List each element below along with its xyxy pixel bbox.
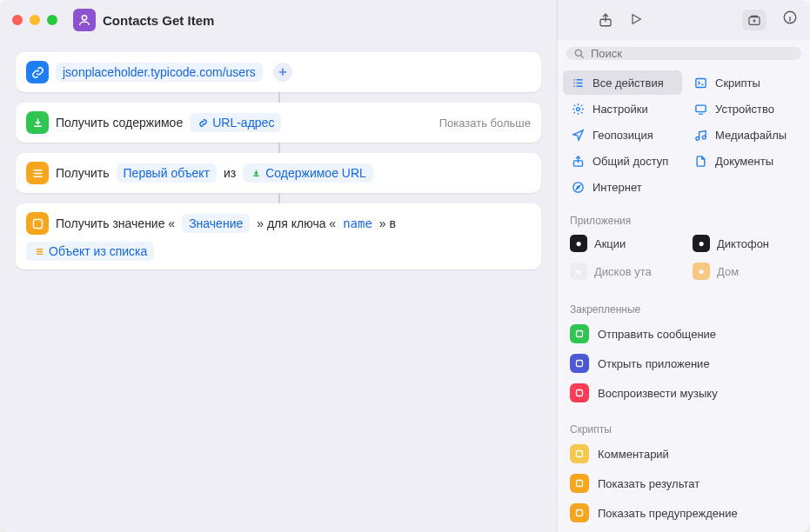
url-token[interactable]: jsonplaceholder.typicode.com/users	[56, 63, 263, 82]
nav-icon	[570, 127, 586, 143]
app-item[interactable]: ●Акции	[563, 230, 682, 256]
url-param-token[interactable]: URL-адрес	[190, 113, 281, 132]
category-device[interactable]: Устройство	[686, 96, 805, 121]
action-label: Показать предупреждение	[598, 507, 738, 520]
action-label: Показать результат	[598, 477, 700, 490]
action-list-item[interactable]: Открыть приложение	[563, 349, 805, 378]
dictionary-icon	[26, 212, 49, 235]
action-list-item[interactable]: Запросить входные данные	[563, 528, 805, 532]
svg-rect-8	[695, 105, 705, 112]
category-safari[interactable]: Интернет	[563, 175, 682, 199]
action-icon	[570, 383, 589, 402]
link-icon	[26, 61, 49, 83]
app-item[interactable]: ●Дом	[686, 258, 805, 284]
zoom-window-button[interactable]	[47, 15, 57, 25]
app-icon: ●	[693, 263, 710, 280]
category-terminal[interactable]: Скрипты	[686, 70, 805, 95]
action-list-item[interactable]: Показать результат	[563, 469, 805, 498]
category-label: Устройство	[715, 103, 774, 116]
action-list-item[interactable]: Отправить сообщение	[563, 319, 805, 349]
share-button[interactable]	[598, 11, 613, 29]
filler-text: » в	[379, 216, 396, 230]
pinned-list: Отправить сообщениеОткрыть приложениеВос…	[558, 319, 810, 408]
category-gear[interactable]: Настройки	[563, 96, 682, 121]
action-label: Комментарий	[598, 448, 669, 461]
filler-text: » для ключа «	[257, 216, 336, 230]
value-token[interactable]: Значение	[182, 214, 250, 233]
action-label: Получить	[56, 166, 110, 180]
action-icon	[570, 474, 589, 493]
app-label: Акции	[594, 237, 626, 250]
app-label: Диктофон	[717, 237, 769, 250]
device-icon	[693, 101, 708, 116]
action-label: Получить содержимое	[56, 116, 183, 130]
action-label: Воспроизвести музыку	[598, 387, 718, 400]
category-doc[interactable]: Документы	[686, 149, 805, 173]
list-icon	[570, 75, 586, 90]
action-list-item[interactable]: Воспроизвести музыку	[563, 378, 805, 408]
svg-point-10	[702, 136, 706, 139]
app-item[interactable]: ●Дисков ута	[563, 258, 682, 284]
action-get-contents[interactable]: Получить содержимое URL-адрес Показать б…	[16, 103, 541, 143]
shortcut-app-icon	[73, 9, 96, 31]
action-icon	[570, 324, 589, 343]
search-field[interactable]	[566, 47, 801, 60]
doc-icon	[693, 153, 708, 169]
category-list[interactable]: Все действия	[563, 70, 682, 95]
category-grid: Все действияСкриптыНастройкиУстройствоГе…	[558, 67, 810, 206]
svg-point-5	[575, 50, 581, 56]
action-label: Открыть приложение	[598, 357, 710, 370]
link-small-icon	[197, 116, 209, 129]
filler-text: из	[224, 166, 236, 180]
window-title: Contacts Get Item	[103, 13, 214, 28]
category-label: Медиафайлы	[715, 129, 787, 142]
scripts-section-header: Скрипты	[558, 415, 810, 439]
music-icon	[693, 127, 708, 143]
svg-point-0	[82, 16, 86, 20]
svg-rect-16	[577, 451, 583, 457]
action-list-item[interactable]: Комментарий	[563, 439, 805, 469]
gear-icon	[570, 101, 586, 116]
category-label: Все действия	[592, 76, 664, 90]
svg-rect-18	[577, 510, 583, 516]
library-toggle-button[interactable]	[742, 10, 766, 30]
pinned-section-header: Закрепленные	[558, 295, 810, 319]
share-icon	[570, 153, 586, 169]
action-label: Получить значение «	[56, 216, 175, 230]
action-icon	[570, 444, 589, 463]
category-nav[interactable]: Геопозиция	[563, 123, 682, 147]
search-icon	[573, 48, 586, 60]
app-icon: ●	[570, 235, 587, 252]
search-input[interactable]	[591, 47, 794, 60]
action-icon	[570, 503, 589, 522]
key-name-input[interactable]: name	[343, 216, 372, 230]
app-item[interactable]: ●Диктофон	[686, 230, 805, 256]
category-label: Интернет	[592, 181, 642, 194]
action-get-item[interactable]: Получить Первый объект из Содержимое URL	[16, 153, 541, 193]
category-music[interactable]: Медиафайлы	[686, 123, 805, 147]
workflow-canvas[interactable]: jsonplaceholder.typicode.com/users + Пол…	[0, 40, 557, 532]
action-get-value[interactable]: Получить значение « Значение » для ключа…	[16, 203, 541, 269]
action-url[interactable]: jsonplaceholder.typicode.com/users +	[16, 52, 541, 92]
app-label: Дисков ута	[594, 265, 652, 278]
svg-rect-13	[577, 331, 583, 337]
svg-rect-15	[577, 390, 583, 396]
svg-point-9	[695, 136, 699, 140]
svg-rect-14	[577, 361, 583, 367]
first-item-token[interactable]: Первый объект	[117, 163, 217, 183]
run-button[interactable]	[629, 11, 643, 29]
app-label: Дом	[717, 265, 739, 278]
action-list-item[interactable]: Показать предупреждение	[563, 498, 805, 528]
url-contents-token[interactable]: Содержимое URL	[243, 163, 373, 183]
close-window-button[interactable]	[12, 15, 23, 25]
apps-list: ●Акции●Диктофон●Дисков ута●Дом	[558, 230, 810, 284]
add-variable-button[interactable]: +	[273, 63, 292, 82]
category-share[interactable]: Общий доступ	[563, 149, 682, 173]
list-object-token[interactable]: Объект из списка	[26, 242, 154, 261]
show-more-button[interactable]: Показать больше	[439, 116, 531, 130]
info-button[interactable]	[782, 10, 798, 30]
action-icon	[570, 354, 589, 373]
minimize-window-button[interactable]	[30, 15, 40, 25]
list-small-icon	[33, 245, 45, 257]
action-label: Отправить сообщение	[598, 328, 716, 341]
